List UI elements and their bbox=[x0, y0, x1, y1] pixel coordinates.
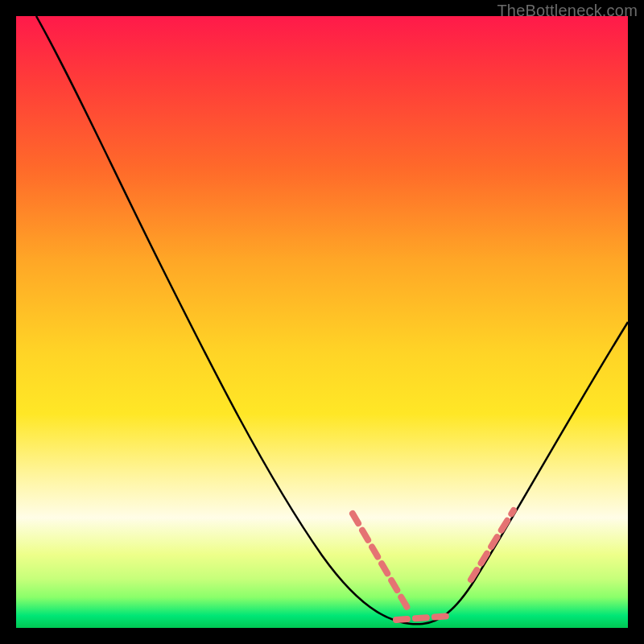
salmon-dash-right bbox=[471, 510, 514, 580]
salmon-dash-bottom bbox=[396, 616, 451, 620]
plot-area bbox=[16, 16, 628, 628]
curve-svg bbox=[16, 16, 628, 628]
chart-frame: TheBottleneck.com bbox=[0, 0, 644, 644]
salmon-dash-left bbox=[353, 514, 407, 608]
watermark-text: TheBottleneck.com bbox=[497, 2, 638, 20]
bottleneck-curve-path bbox=[36, 16, 628, 624]
